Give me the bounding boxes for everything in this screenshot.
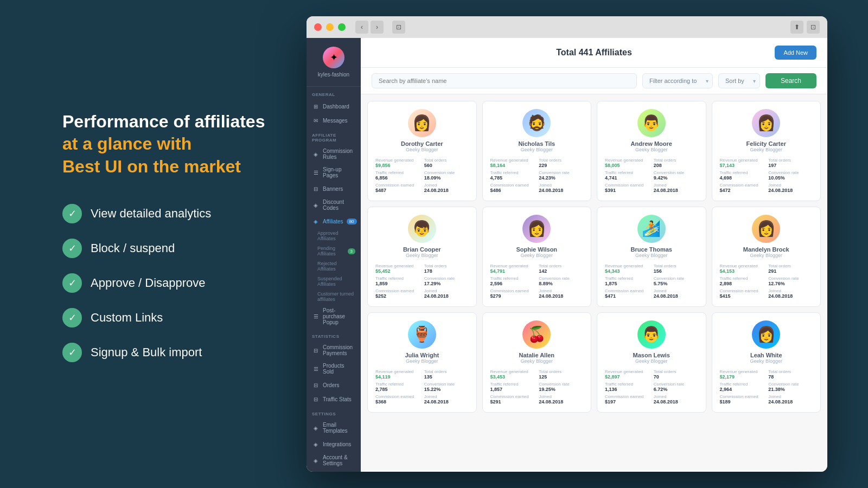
sidebar-item-signup-pages[interactable]: ☰ Sign-up Pages: [307, 163, 361, 182]
traffic-value: 4,698: [720, 175, 764, 181]
conversion-value: 9.42%: [654, 175, 698, 181]
affiliate-type: Geeky Blogger: [750, 358, 782, 364]
affiliate-card[interactable]: 👩 Sophie Wilson Geeky Blogger Revenue ge…: [482, 207, 592, 307]
check-icon: ✓: [62, 239, 82, 258]
sidebar-item-email-templates[interactable]: ◈ Email Templates: [307, 419, 361, 437]
messages-label: Messages: [323, 118, 348, 124]
sidebar-item-affiliates[interactable]: ◈ Affiliates 80: [307, 214, 361, 228]
banners-icon: ⊟: [312, 185, 320, 192]
sidebar-sub-customer[interactable]: Customer turned affiliates: [307, 289, 361, 304]
sidebar-toggle-button[interactable]: ⊡: [392, 21, 405, 34]
check-icon: ✓: [62, 343, 82, 362]
sidebar-item-post-purchase[interactable]: ☰ Post-purchase Popup: [307, 304, 361, 329]
commission-value: $291: [490, 399, 535, 404]
affiliate-card[interactable]: 🧔 Nicholas Tils Geeky Blogger Revenue ge…: [482, 101, 592, 201]
avatar: 👩: [752, 320, 780, 349]
affiliate-card[interactable]: 👨 Andrew Moore Geeky Blogger Revenue gen…: [597, 101, 706, 201]
logo-icon: ✦: [323, 47, 344, 68]
sort-select[interactable]: Sort by: [718, 73, 760, 88]
commission-label: Commission Rules: [323, 148, 355, 160]
sidebar-sub-suspended[interactable]: Suspended Affiliates: [307, 274, 361, 289]
commission-icon: ◈: [312, 150, 320, 158]
sidebar-item-orders[interactable]: ⊟ Orders: [307, 378, 361, 392]
commission-value: $252: [375, 293, 420, 299]
sidebar-item-banners[interactable]: ⊟ Banners: [307, 182, 361, 196]
banners-label: Banners: [323, 186, 343, 192]
revenue-value: $5,452: [375, 268, 420, 274]
card-stats: Revenue generated $8,164 Total orders 22…: [490, 158, 584, 193]
joined-value: 24.08.2018: [424, 293, 469, 299]
sidebar-item-discount-codes[interactable]: ◈ Discount Codes: [307, 196, 361, 214]
duplicate-button[interactable]: ⊡: [807, 21, 820, 34]
forward-button[interactable]: ›: [371, 21, 384, 34]
revenue-value: $3,453: [490, 374, 535, 380]
affiliates-label: Affiliates: [323, 219, 343, 224]
card-header: 🏺 Julia Wright Geeky Blogger: [375, 320, 469, 364]
orders-value: 178: [424, 268, 469, 274]
sidebar-sub-pending[interactable]: Pending Affiliates 3: [307, 243, 361, 259]
marketing-title-line1: Performance of affiliates: [62, 112, 265, 131]
affiliate-card[interactable]: 🏄 Bruce Thomas Geeky Blogger Revenue gen…: [597, 207, 706, 307]
sidebar-item-commission-payments[interactable]: ⊟ Commission Payments: [307, 341, 361, 359]
traffic-value: 1,136: [605, 387, 649, 392]
avatar: 🍒: [522, 320, 551, 349]
sidebar-item-products-sold[interactable]: ☰ Products Sold: [307, 359, 361, 378]
sidebar-item-messages[interactable]: ✉ Messages: [307, 113, 361, 127]
maximize-button[interactable]: [338, 23, 346, 31]
traffic-value: 1,859: [375, 281, 420, 286]
traffic-value: 1,875: [605, 281, 649, 286]
affiliate-card[interactable]: 👨 Mason Lewis Geeky Blogger Revenue gene…: [597, 312, 706, 413]
filter-select[interactable]: Filter according to: [642, 73, 713, 88]
share-button[interactable]: ⬆: [790, 21, 803, 34]
sidebar-item-integrations[interactable]: ◈ Integrations: [307, 437, 361, 451]
search-button[interactable]: Search: [765, 73, 816, 88]
minimize-button[interactable]: [326, 23, 334, 31]
logo-name: kyles-fashion: [318, 72, 349, 78]
add-new-button[interactable]: Add New: [775, 46, 816, 60]
check-icon: ✓: [62, 308, 82, 328]
traffic-value: 4,785: [490, 175, 535, 181]
affiliate-name: Bruce Thomas: [631, 246, 672, 253]
affiliates-badge: 80: [347, 219, 357, 224]
joined-value: 24.08.2018: [768, 399, 813, 404]
avatar: 🏄: [637, 215, 666, 243]
sidebar-item-commission-rules[interactable]: ◈ Commission Rules: [307, 145, 361, 163]
products-label: Products Sold: [323, 363, 355, 375]
revenue-value: $2,179: [720, 374, 764, 380]
commission-value: $471: [605, 293, 649, 299]
traffic-value: 2,785: [375, 387, 420, 392]
search-input[interactable]: [372, 73, 637, 88]
affiliate-card[interactable]: 👩 Mandelyn Brock Geeky Blogger Revenue g…: [712, 207, 821, 307]
card-header: 🍒 Natalie Allen Geeky Blogger: [490, 320, 584, 364]
sort-select-wrapper: Sort by ▾: [718, 73, 760, 88]
sidebar-sub-rejected[interactable]: Rejected Affiliates: [307, 259, 361, 274]
affiliate-card[interactable]: 👩 Felicity Carter Geeky Blogger Revenue …: [712, 101, 821, 201]
joined-value: 24.08.2018: [424, 399, 469, 404]
sidebar-item-dashboard[interactable]: ⊞ Dashboard: [307, 99, 361, 113]
sidebar-item-traffic-stats[interactable]: ⊟ Traffic Stats: [307, 392, 361, 406]
marketing-headline: Performance of affiliates at a glance wi…: [62, 111, 285, 183]
card-stats: Revenue generated $2,897 Total orders 70…: [605, 369, 698, 404]
commission-value: $197: [605, 399, 649, 404]
general-section-label: GENERAL: [307, 87, 361, 99]
affiliate-name: Natalie Allen: [519, 352, 554, 358]
back-button[interactable]: ‹: [355, 21, 368, 34]
sidebar-sub-approved[interactable]: Approved Affiliates: [307, 228, 361, 243]
card-stats: Revenue generated $8,005 Total orders 20…: [605, 158, 698, 193]
conversion-value: 17.29%: [424, 281, 469, 286]
joined-value: 24.08.2018: [424, 188, 469, 193]
sidebar-item-account[interactable]: ◈ Account & Settings: [307, 451, 361, 470]
affiliate-card[interactable]: 🏺 Julia Wright Geeky Blogger Revenue gen…: [367, 312, 477, 413]
conversion-value: 10.05%: [768, 175, 813, 181]
feature-list: ✓View detailed analytics✓Block / suspend…: [62, 204, 285, 377]
affiliate-type: Geeky Blogger: [520, 147, 553, 152]
close-button[interactable]: [314, 23, 322, 31]
traffic-icon: ⊟: [312, 395, 320, 403]
affiliate-card[interactable]: 👩 Leah White Geeky Blogger Revenue gener…: [712, 312, 821, 413]
card-header: 👩 Felicity Carter Geeky Blogger: [720, 109, 813, 152]
affiliate-card[interactable]: 👩 Dorothy Carter Geeky Blogger Revenue g…: [367, 101, 477, 201]
commission-value: $487: [375, 188, 420, 193]
avatar: 👩: [752, 215, 780, 243]
affiliate-card[interactable]: 🍒 Natalie Allen Geeky Blogger Revenue ge…: [482, 312, 592, 413]
affiliate-card[interactable]: 👦 Brian Cooper Geeky Blogger Revenue gen…: [367, 207, 477, 307]
